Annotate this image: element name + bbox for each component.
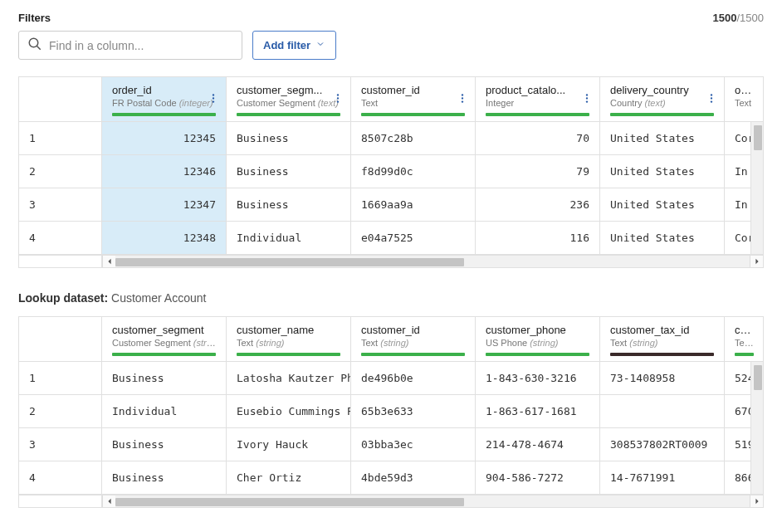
column-header[interactable]: customer_nameText (string) bbox=[227, 317, 351, 362]
table-cell[interactable]: Business bbox=[102, 428, 227, 461]
table-cell[interactable]: 14-7671991 bbox=[600, 461, 725, 495]
table-cell[interactable]: United States bbox=[600, 155, 725, 188]
svg-line-1 bbox=[37, 46, 41, 50]
table-cell[interactable]: United States bbox=[600, 122, 725, 155]
vertical-scrollbar[interactable] bbox=[751, 122, 763, 255]
column-title: delivery_country bbox=[610, 84, 714, 96]
table-cell[interactable]: Business bbox=[102, 362, 227, 395]
column-title: customer_phone bbox=[486, 324, 589, 336]
table-cell[interactable]: 12345 bbox=[102, 122, 227, 155]
table-cell[interactable]: 524 bbox=[725, 362, 751, 395]
table-cell[interactable]: Business bbox=[102, 461, 227, 495]
add-filter-button[interactable]: Add filter bbox=[252, 31, 336, 60]
table-cell[interactable]: 70 bbox=[476, 122, 600, 155]
column-quality-bar bbox=[735, 353, 754, 356]
table-cell[interactable]: 1669aa9a bbox=[351, 188, 476, 222]
table-cell[interactable]: 12346 bbox=[102, 155, 227, 188]
table-cell[interactable]: Ivory Hauck bbox=[227, 428, 351, 461]
table-cell[interactable]: 1-863-617-1681 bbox=[476, 395, 600, 428]
table-cell[interactable]: Individual bbox=[102, 395, 227, 428]
column-title: customer_tax_id bbox=[610, 324, 714, 336]
table-cell[interactable]: In bbox=[725, 155, 751, 188]
column-type: Country (text) bbox=[610, 98, 714, 108]
table-cell[interactable]: 904-586-7272 bbox=[476, 461, 600, 495]
column-quality-bar bbox=[112, 353, 216, 356]
table-cell[interactable]: 8507c28b bbox=[351, 122, 476, 155]
column-header[interactable]: custonText (str bbox=[725, 317, 764, 362]
column-type: Integer bbox=[486, 98, 589, 108]
table-cell[interactable]: 4bde59d3 bbox=[351, 461, 476, 495]
column-type: Text (str bbox=[735, 338, 754, 348]
table-cell[interactable]: Individual bbox=[227, 222, 351, 255]
column-header[interactable]: customer_segmentCustomer Segment (stri..… bbox=[102, 317, 227, 362]
table-cell[interactable]: 1-843-630-3216 bbox=[476, 362, 600, 395]
lookup-table: customer_segmentCustomer Segment (stri..… bbox=[18, 316, 764, 495]
table-cell[interactable]: United States bbox=[600, 188, 725, 222]
svg-point-14 bbox=[586, 94, 588, 95]
column-header[interactable]: customer_idText (string) bbox=[351, 317, 476, 362]
column-menu-button[interactable] bbox=[332, 92, 344, 106]
search-input[interactable] bbox=[49, 39, 233, 52]
column-header[interactable]: customer_idText bbox=[351, 77, 476, 122]
column-menu-button[interactable] bbox=[581, 92, 593, 106]
table-cell[interactable]: 12347 bbox=[102, 188, 227, 222]
svg-point-15 bbox=[586, 97, 588, 99]
row-options-header[interactable] bbox=[19, 77, 102, 122]
table-cell[interactable]: 65b3e633 bbox=[351, 395, 476, 428]
column-header[interactable]: order_idFR Postal Code (integer) bbox=[102, 77, 227, 122]
chevron-down-icon bbox=[315, 39, 325, 51]
row-number: 2 bbox=[19, 395, 102, 428]
table-cell[interactable]: Business bbox=[227, 122, 351, 155]
table-cell[interactable]: Latosha Kautzer PhD bbox=[227, 362, 351, 395]
column-search[interactable] bbox=[18, 31, 242, 60]
svg-point-11 bbox=[462, 94, 463, 95]
table-cell[interactable]: de496b0e bbox=[351, 362, 476, 395]
svg-point-18 bbox=[711, 97, 712, 99]
table-cell[interactable]: In bbox=[725, 188, 751, 222]
table-cell[interactable]: f8d99d0c bbox=[351, 155, 476, 188]
table-cell[interactable]: Cor bbox=[725, 222, 751, 255]
column-title: order_ bbox=[735, 84, 754, 96]
table-cell[interactable]: Business bbox=[227, 155, 351, 188]
svg-marker-20 bbox=[108, 259, 110, 264]
column-type: Text (string) bbox=[610, 338, 714, 348]
column-menu-button[interactable] bbox=[457, 92, 468, 106]
column-type: Customer Segment (stri... bbox=[112, 338, 216, 348]
column-menu-button[interactable] bbox=[706, 92, 717, 106]
vertical-scrollbar[interactable] bbox=[751, 362, 763, 495]
column-header[interactable]: delivery_countryCountry (text) bbox=[600, 77, 725, 122]
table-cell[interactable]: 73-1408958 bbox=[600, 362, 725, 395]
column-title: order_id bbox=[112, 84, 216, 96]
column-header[interactable]: customer_phoneUS Phone (string) bbox=[476, 317, 600, 362]
scroll-right-icon[interactable] bbox=[750, 256, 763, 267]
lookup-section-title: Lookup dataset: Customer Account bbox=[18, 291, 764, 305]
column-header[interactable]: order_Text bbox=[725, 77, 764, 122]
column-header[interactable]: customer_tax_idText (string) bbox=[600, 317, 725, 362]
table-cell[interactable]: 214-478-4674 bbox=[476, 428, 600, 461]
table-cell[interactable]: 12348 bbox=[102, 222, 227, 255]
table-cell[interactable]: Business bbox=[227, 188, 351, 222]
column-type: Text (string) bbox=[361, 338, 465, 348]
scroll-right-icon[interactable] bbox=[750, 495, 763, 507]
table-cell[interactable]: 236 bbox=[476, 188, 600, 222]
horizontal-scrollbar-main[interactable] bbox=[18, 255, 764, 268]
table-cell[interactable]: Cor bbox=[725, 122, 751, 155]
column-menu-button[interactable] bbox=[208, 92, 219, 106]
scroll-left-icon[interactable] bbox=[102, 495, 115, 507]
scroll-left-icon[interactable] bbox=[102, 256, 115, 267]
table-cell[interactable]: 116 bbox=[476, 222, 600, 255]
table-cell[interactable]: United States bbox=[600, 222, 725, 255]
table-cell[interactable]: 308537802RT0009 bbox=[600, 428, 725, 461]
horizontal-scrollbar-lookup[interactable] bbox=[18, 495, 764, 508]
table-cell[interactable]: 03bba3ec bbox=[351, 428, 476, 461]
table-cell[interactable]: 519 bbox=[725, 428, 751, 461]
column-header[interactable]: product_catalo...Integer bbox=[476, 77, 600, 122]
column-header[interactable]: customer_segm...Customer Segment (text) bbox=[227, 77, 351, 122]
table-cell[interactable]: 670 bbox=[725, 395, 751, 428]
table-cell[interactable]: Cher Ortiz bbox=[227, 461, 351, 495]
table-cell[interactable] bbox=[600, 395, 725, 428]
table-cell[interactable]: e04a7525 bbox=[351, 222, 476, 255]
table-cell[interactable]: 866 bbox=[725, 461, 751, 495]
table-cell[interactable]: 79 bbox=[476, 155, 600, 188]
table-cell[interactable]: Eusebio Cummings P... bbox=[227, 395, 351, 428]
